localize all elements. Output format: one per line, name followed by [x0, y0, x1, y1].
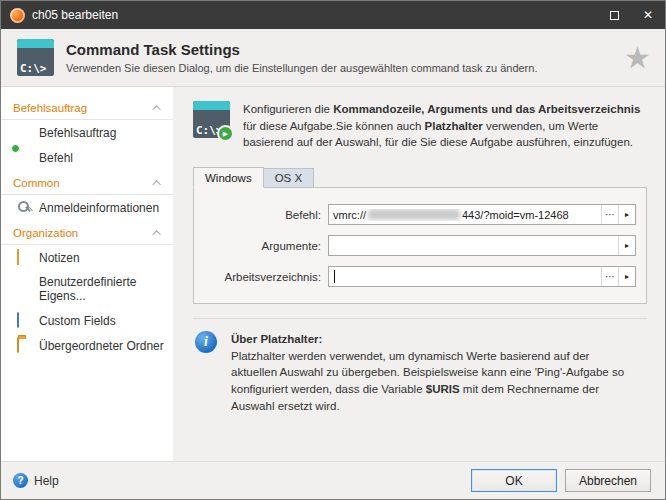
parent-folder-icon — [17, 338, 32, 353]
chevron-up-icon — [152, 180, 160, 188]
ok-button[interactable]: OK — [471, 469, 557, 492]
intro-text: Konfigurieren die Kommandozeile, Argumen… — [243, 101, 645, 151]
sidebar-section-befehlsauftrag[interactable]: Befehlsauftrag — [1, 95, 173, 120]
sidebar-item-label: Befehlsauftrag — [39, 126, 116, 140]
note-heading: Über Platzhalter: — [231, 331, 627, 348]
tab-osx[interactable]: OS X — [264, 168, 314, 188]
dialog-header: C:\> Command Task Settings Verwenden Sie… — [1, 29, 665, 87]
close-icon: ✕ — [643, 9, 653, 21]
sidebar: Befehlsauftrag C:\> Befehlsauftrag C:\> … — [1, 87, 173, 461]
intro-bold1: Kommandozeile, Arguments und das Arbeits… — [333, 103, 640, 115]
befehl-value-redacted — [368, 209, 460, 220]
notes-icon — [17, 250, 32, 265]
befehl-value-prefix: vmrc:// — [333, 209, 366, 221]
befehl-row: Befehl: vmrc://443/?moid=vm-12468 ⋯ ▸ — [202, 204, 636, 225]
sidebar-item-label: Befehl — [39, 151, 73, 165]
window-title: ch05 bearbeiten — [32, 8, 118, 22]
command-run-icon: C:\> ▶ — [193, 101, 230, 138]
help-link[interactable]: ? Help — [13, 473, 59, 488]
favorite-star-icon[interactable]: ★ — [624, 43, 651, 73]
chevron-up-icon — [152, 230, 160, 238]
info-icon: i — [195, 331, 217, 353]
befehl-dropdown-button[interactable]: ▸ — [618, 205, 635, 224]
intro-bold2: Platzhalter — [425, 120, 483, 132]
arbeitsverzeichnis-label: Arbeitsverzeichnis: — [202, 271, 328, 283]
titlebar: ch05 bearbeiten ✕ — [1, 1, 665, 29]
befehl-input[interactable]: vmrc://443/?moid=vm-12468 ⋯ ▸ — [328, 204, 636, 225]
custom-fields-icon — [17, 313, 32, 328]
dialog-window: ch05 bearbeiten ✕ C:\> Command Task Sett… — [0, 0, 666, 500]
sidebar-section-common[interactable]: Common — [1, 170, 173, 195]
arbeitsverzeichnis-row: Arbeitsverzeichnis: ⋯ ▸ — [202, 266, 636, 287]
argumente-row: Argumente: ▸ — [202, 235, 636, 256]
arbeitsverzeichnis-dropdown-button[interactable]: ▸ — [618, 267, 635, 286]
sidebar-item-label: Übergeordneter Ordner — [39, 339, 164, 353]
close-button[interactable]: ✕ — [631, 1, 665, 29]
argumente-label: Argumente: — [202, 240, 328, 252]
arbeitsverzeichnis-input[interactable]: ⋯ ▸ — [328, 266, 636, 287]
section-label: Organization — [13, 227, 78, 239]
text-caret — [334, 270, 335, 283]
command-prompt-icon: C:\> — [17, 39, 54, 76]
custom-properties-icon — [17, 282, 32, 297]
sidebar-item-label: Benutzerdefinierte Eigens... — [39, 275, 165, 303]
befehl-label: Befehl: — [202, 209, 328, 221]
section-label: Befehlsauftrag — [13, 102, 87, 114]
befehl-value: vmrc://443/?moid=vm-12468 — [333, 209, 601, 221]
platform-tabs: Windows OS X — [193, 167, 647, 188]
command-run-icon: C:\> — [17, 150, 32, 165]
argumente-dropdown-button[interactable]: ▸ — [618, 236, 635, 255]
sidebar-item-notizen[interactable]: Notizen — [1, 245, 173, 270]
page-title: Command Task Settings — [66, 41, 537, 58]
intro-part1: Konfigurieren die — [243, 103, 333, 115]
credentials-icon — [17, 200, 32, 215]
section-label: Common — [13, 177, 60, 189]
arbeitsverzeichnis-browse-button[interactable]: ⋯ — [601, 267, 618, 286]
sidebar-item-uebergeordneter-ordner[interactable]: Übergeordneter Ordner — [1, 333, 173, 358]
sidebar-item-befehl[interactable]: C:\> Befehl — [1, 145, 173, 170]
sidebar-item-custom-fields[interactable]: Custom Fields — [1, 308, 173, 333]
sidebar-item-benutzerdefinierte-eigenschaften[interactable]: Benutzerdefinierte Eigens... — [1, 270, 173, 308]
help-icon: ? — [13, 473, 28, 488]
sidebar-item-label: Custom Fields — [39, 314, 116, 328]
app-logo-icon — [10, 8, 25, 23]
befehl-browse-button[interactable]: ⋯ — [601, 205, 618, 224]
befehl-value-suffix: 443/?moid=vm-12468 — [462, 209, 569, 221]
page-subtitle: Verwenden Sie diesen Dialog, um die Eins… — [66, 62, 537, 74]
sidebar-item-anmeldeinformationen[interactable]: Anmeldeinformationen — [1, 195, 173, 220]
intro-block: C:\> ▶ Konfigurieren die Kommandozeile, … — [193, 101, 647, 151]
note-variable: $URIS — [426, 383, 460, 395]
tab-windows[interactable]: Windows — [193, 167, 264, 188]
maximize-button[interactable] — [597, 1, 631, 29]
placeholder-note: i Über Platzhalter:Platzhalter werden ve… — [193, 318, 647, 414]
argumente-input[interactable]: ▸ — [328, 235, 636, 256]
windows-tab-page: Befehl: vmrc://443/?moid=vm-12468 ⋯ ▸ Ar… — [193, 187, 647, 304]
play-icon: ▶ — [217, 125, 234, 142]
cancel-button[interactable]: Abbrechen — [565, 469, 651, 492]
sidebar-section-organization[interactable]: Organization — [1, 220, 173, 245]
sidebar-item-label: Notizen — [39, 251, 80, 265]
chevron-up-icon — [152, 105, 160, 113]
maximize-icon — [610, 11, 619, 20]
sidebar-item-befehlsauftrag[interactable]: C:\> Befehlsauftrag — [1, 120, 173, 145]
help-label: Help — [34, 474, 59, 488]
dialog-footer: ? Help OK Abbrechen — [1, 461, 665, 499]
sidebar-item-label: Anmeldeinformationen — [39, 201, 159, 215]
arbeitsverzeichnis-value — [333, 270, 601, 283]
intro-part2: für diese Aufgabe.Sie können auch — [243, 120, 425, 132]
main-content: C:\> ▶ Konfigurieren die Kommandozeile, … — [173, 87, 665, 461]
command-prompt-icon: C:\> — [17, 125, 32, 140]
note-text: Über Platzhalter:Platzhalter werden verw… — [231, 331, 627, 414]
